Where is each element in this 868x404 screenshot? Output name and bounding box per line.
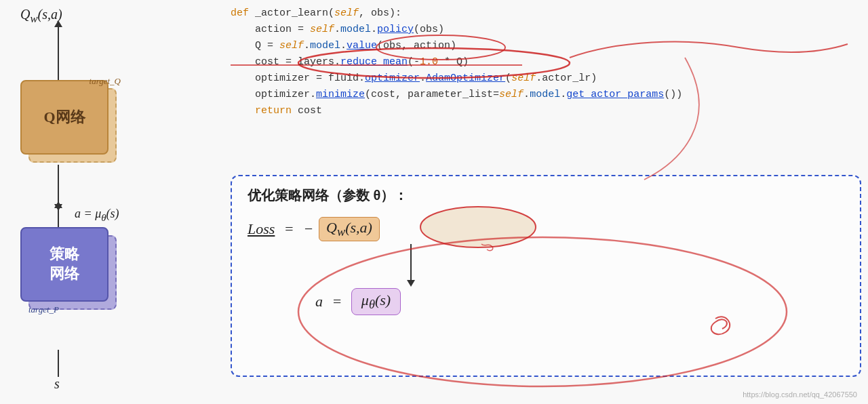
optimization-title: 优化策略网络（参数 θ）：: [248, 186, 408, 205]
bottom-eq: =: [328, 293, 346, 310]
s-label-bottom: s: [54, 376, 60, 392]
arrow-loss-down: [410, 244, 412, 281]
code-line-1: def _actor_learn(self, obs):: [231, 5, 861, 22]
p-box-front: 策略 网络 target_P: [20, 227, 108, 302]
code-line-3: Q = self.model.value(obs, action): [231, 38, 861, 54]
loss-label: Loss: [248, 220, 275, 238]
qw-box: Qw(s,a): [319, 217, 380, 241]
left-diagram: Qw(s,a) Q网络 target_Q a = μθ(s) 策略: [0, 0, 210, 404]
code-line-4: cost = layers.reduce_mean(-1.0 * Q): [231, 54, 861, 70]
watermark: https://blog.csdn.net/qq_42067550: [743, 390, 857, 399]
policy-network-group: 策略 网络 target_P: [20, 227, 108, 302]
mu-theta-label: a = μθ(s): [75, 207, 119, 224]
code-line-7: return cost: [231, 103, 861, 119]
strikethrough-annotation: [231, 64, 522, 66]
optimization-box: [231, 175, 861, 377]
bottom-formula: a = μθ(s): [315, 288, 401, 315]
bottom-a: a: [315, 293, 323, 310]
mu-box: μθ(s): [351, 288, 401, 315]
policy-network-label: 策略 网络: [50, 245, 79, 283]
minus-sign: −: [303, 220, 313, 238]
main-container: Qw(s,a) Q网络 target_Q a = μθ(s) 策略: [0, 0, 868, 404]
target-q-label: target_Q: [90, 76, 121, 87]
target-p-label: target_P: [28, 304, 59, 315]
arrow-up-main: [58, 26, 59, 80]
code-block: def _actor_learn(self, obs): action = se…: [231, 5, 861, 119]
equals-sign: =: [280, 220, 298, 238]
code-line-2: action = self.model.policy(obs): [231, 22, 861, 38]
code-line-6: optimizer.minimize(cost, parameter_list=…: [231, 87, 861, 103]
code-line-5: optimizer = fluid.optimizer.AdamOptimize…: [231, 70, 861, 87]
right-section: def _actor_learn(self, obs): action = se…: [210, 0, 868, 404]
arrow-down-q: [58, 165, 59, 205]
arrow-up-s: [58, 350, 59, 377]
q-box-front: Q网络 target_Q: [20, 80, 108, 155]
q-network-label: Q网络: [43, 107, 85, 127]
loss-formula: Loss = − Qw(s,a): [248, 217, 380, 241]
q-network-group: Q网络 target_Q: [20, 80, 108, 155]
